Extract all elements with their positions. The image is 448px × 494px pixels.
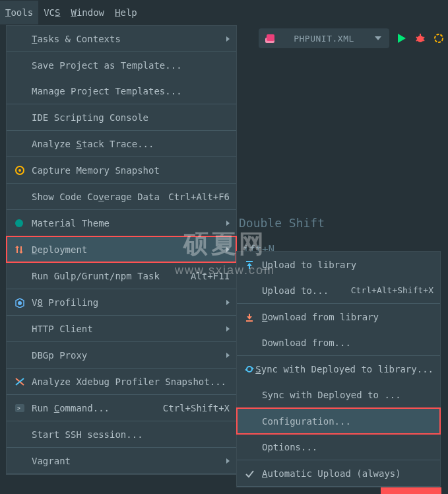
menu-item-manage-templates[interactable]: Manage Project Templates... xyxy=(7,78,236,104)
v8-icon xyxy=(15,297,32,308)
mnemonic: W xyxy=(71,7,76,18)
download-icon xyxy=(245,312,262,322)
menu-item-ide-console[interactable]: IDE Scripting Console xyxy=(7,104,236,130)
menu-item-deployment[interactable]: Deployment xyxy=(7,236,236,262)
menubar: Tools VCS Window Help xyxy=(0,0,448,25)
theme-icon xyxy=(15,219,32,228)
menubar-item-vcs[interactable]: VCS xyxy=(38,1,65,24)
config-label: PHPUNIT.XML xyxy=(281,34,367,44)
submenu-item-options[interactable]: Options... xyxy=(237,434,440,460)
svg-marker-15 xyxy=(19,252,23,254)
submenu-arrow-icon xyxy=(226,326,230,332)
submenu-item-configuration[interactable]: Configuration... xyxy=(237,408,440,434)
svg-point-10 xyxy=(435,34,443,42)
debug-icon[interactable] xyxy=(414,32,426,44)
menu-item-material-theme[interactable]: Material Theme xyxy=(7,210,236,236)
menu-item-capture-memory[interactable]: Capture Memory Snapshot xyxy=(7,157,236,183)
svg-marker-3 xyxy=(398,34,406,43)
separator xyxy=(237,486,440,487)
svg-marker-2 xyxy=(375,36,381,40)
menu-item-http-client[interactable]: HTTP Client xyxy=(7,316,236,341)
menu-item-run-gulp[interactable]: Run Gulp/Grunt/npm Task Alt+F11 xyxy=(7,263,236,289)
menu-item-vagrant[interactable]: Vagrant xyxy=(7,448,236,474)
shortcut: Ctrl+Alt+F6 xyxy=(168,192,230,202)
svg-marker-29 xyxy=(245,369,247,371)
submenu-arrow-icon xyxy=(226,221,230,226)
menu-item-ssh-session[interactable]: Start SSH session... xyxy=(7,421,236,447)
bottom-red-bar xyxy=(381,487,441,494)
menu-item-save-template[interactable]: Save Project as Template... xyxy=(7,52,236,78)
submenu-arrow-icon xyxy=(226,36,230,42)
menubar-item-tools[interactable]: Tools xyxy=(0,1,38,24)
svg-marker-14 xyxy=(15,246,19,248)
shortcut: Ctrl+Shift+X xyxy=(163,403,230,413)
deployment-icon xyxy=(15,245,32,254)
hint-double-shift: Double Shift xyxy=(239,210,325,236)
menu-item-analyze-stack[interactable]: Analyze Stack Trace... xyxy=(7,131,236,157)
svg-point-17 xyxy=(18,301,22,305)
run-toolbar: PHPUNIT.XML xyxy=(259,28,445,48)
run-config-select[interactable]: PHPUNIT.XML xyxy=(259,28,389,48)
xdebug-icon xyxy=(15,376,32,387)
svg-point-4 xyxy=(417,36,424,42)
menu-item-xdebug-snapshot[interactable]: Analyze Xdebug Profiler Snapshot... xyxy=(7,369,236,394)
shortcut: Ctrl+Alt+Shift+X xyxy=(351,285,433,295)
config-file-icon xyxy=(264,32,276,44)
submenu-item-sync-with[interactable]: Sync with Deployed to ... xyxy=(237,382,440,407)
terminal-icon: > xyxy=(15,404,32,413)
menu-item-run-command[interactable]: > Run Command... Ctrl+Shift+X xyxy=(7,395,236,421)
menu-item-tasks-contexts[interactable]: Tasks & Contexts xyxy=(7,26,236,52)
submenu-item-automatic-upload[interactable]: Automatic Upload (always) xyxy=(237,460,440,486)
sync-icon xyxy=(245,365,255,374)
svg-line-7 xyxy=(423,37,424,38)
menubar-item-window[interactable]: Window xyxy=(65,1,110,24)
camera-icon xyxy=(15,165,32,176)
run-icon[interactable] xyxy=(396,32,408,44)
svg-point-12 xyxy=(18,169,21,172)
menu-item-coverage[interactable]: Show Code Coverage Data Ctrl+Alt+F6 xyxy=(7,184,236,209)
mnemonic: S xyxy=(55,7,60,18)
tools-menu: Tasks & Contexts Save Project as Templat… xyxy=(6,25,237,475)
menu-item-dbgp-proxy[interactable]: DBGp Proxy xyxy=(7,342,236,368)
submenu-arrow-icon xyxy=(226,247,230,252)
shortcut: Alt+F11 xyxy=(191,271,230,281)
submenu-item-sync-library[interactable]: Sync with Deployed to library... xyxy=(237,356,440,382)
svg-line-9 xyxy=(423,40,424,41)
chevron-down-icon xyxy=(372,32,384,44)
svg-point-13 xyxy=(15,219,23,227)
svg-rect-1 xyxy=(267,34,274,41)
coverage-icon[interactable] xyxy=(433,32,445,44)
svg-text:>: > xyxy=(17,406,20,411)
menu-item-v8-profiling[interactable]: V8 Profiling xyxy=(7,289,236,315)
submenu-item-upload-to[interactable]: Upload to... Ctrl+Alt+Shift+X xyxy=(237,277,440,303)
upload-icon xyxy=(245,260,262,269)
submenu-arrow-icon xyxy=(226,353,230,358)
submenu-item-download-from[interactable]: Download from... xyxy=(237,330,440,355)
submenu-item-download-library[interactable]: Download from library xyxy=(237,304,440,330)
submenu-arrow-icon xyxy=(226,300,230,305)
check-icon xyxy=(245,469,262,478)
separator xyxy=(7,474,236,474)
menubar-item-help[interactable]: Help xyxy=(110,1,143,24)
svg-marker-28 xyxy=(252,367,254,370)
deployment-submenu: Upload to library Upload to... Ctrl+Alt+… xyxy=(236,251,441,487)
svg-line-8 xyxy=(416,40,418,41)
submenu-item-upload-library[interactable]: Upload to library xyxy=(237,252,440,277)
submenu-arrow-icon xyxy=(226,458,230,464)
svg-line-6 xyxy=(416,37,418,38)
